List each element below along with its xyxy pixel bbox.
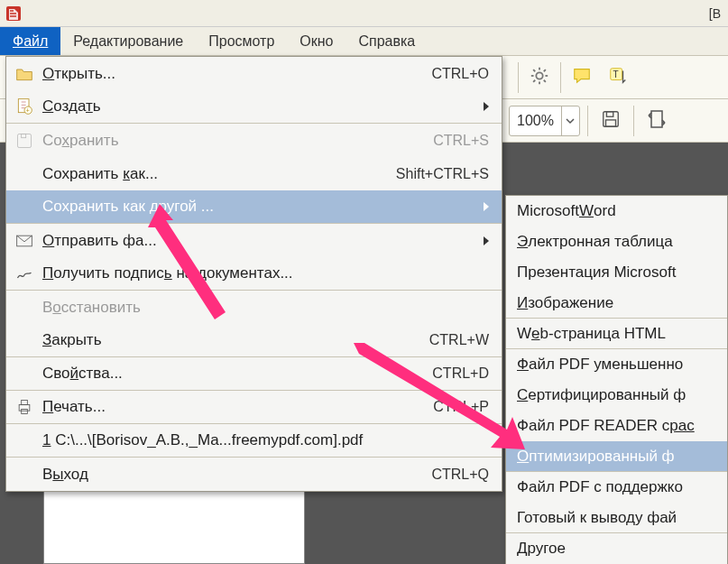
menu-item-close-shortcut: CTRL+W — [429, 332, 489, 348]
speech-bubble-icon — [572, 66, 592, 89]
submenu-item-optimized[interactable]: Оптимизированный ф — [506, 441, 727, 472]
menu-item-send-label: Отправить фа... — [42, 232, 476, 250]
titlebar: [В — [0, 0, 728, 27]
menu-item-saveas-shortcut: Shift+CTRL+S — [396, 166, 489, 182]
menu-item-save-shortcut: CTRL+S — [433, 133, 489, 149]
menu-item-open-shortcut: CTRL+O — [431, 66, 489, 82]
menu-item-open[interactable]: Открыть... CTRL+O — [6, 57, 502, 90]
zoom-control[interactable]: 100% — [509, 106, 580, 136]
toolbar-save-button[interactable] — [595, 106, 626, 136]
menu-help[interactable]: Справка — [346, 27, 429, 55]
submenu-arrow-icon — [484, 236, 489, 245]
menu-item-close-label: Закрыть — [42, 331, 429, 349]
menu-item-create-label: Создать — [42, 97, 476, 116]
menu-item-saveas-label: Сохранить как... — [42, 165, 396, 183]
menu-item-close[interactable]: Закрыть CTRL+W — [6, 324, 502, 357]
toolbar-gear-button[interactable] — [524, 62, 555, 93]
menu-window[interactable]: Окно — [287, 27, 346, 55]
submenu-item-reducedpdf[interactable]: Файл PDF уменьшенно — [506, 349, 727, 380]
submenu-item-flattened[interactable]: Готовый к выводу фай — [506, 503, 727, 533]
menubar: Файл Редактирование Просмотр Окно Справк… — [0, 27, 728, 56]
svg-rect-23 — [22, 401, 28, 405]
folder-open-icon — [14, 63, 35, 85]
submenu-item-certpdf[interactable]: Сертифицированный ф — [506, 380, 727, 411]
menu-item-save-label: Сохранить — [42, 132, 433, 150]
printer-icon — [14, 396, 35, 418]
svg-point-1 — [536, 72, 542, 79]
svg-rect-13 — [606, 111, 613, 116]
svg-text:+: + — [26, 107, 30, 114]
submenu-item-readerpdf[interactable]: Файл PDF READER с рас — [506, 411, 727, 441]
menu-file[interactable]: Файл — [0, 27, 60, 55]
submenu-item-powerpoint[interactable]: Презентация Microsoft — [506, 257, 727, 288]
saveas-other-submenu: Microsoft Word Электронная таблица Презе… — [505, 195, 728, 564]
menu-item-print[interactable]: Печать... CTRL+P — [6, 391, 502, 424]
submenu-item-other[interactable]: Другое — [506, 533, 727, 564]
submenu-arrow-icon — [484, 202, 489, 211]
menu-item-restore: Восстановить — [6, 291, 502, 324]
create-document-icon: + — [14, 96, 35, 117]
signature-icon — [14, 263, 35, 284]
menu-item-recent-1-label: 1 C:\...\[Borisov_A.B.,_Ma...freemypdf.c… — [42, 431, 489, 449]
menu-view[interactable]: Просмотр — [196, 27, 287, 55]
menu-item-saveas-other-label: Сохранить как другой ... — [42, 198, 476, 216]
save-disk-icon — [601, 109, 621, 133]
window-title: [В — [709, 6, 723, 21]
menu-item-getsign[interactable]: Получить подпись на документах... — [6, 257, 502, 291]
toolbar-comment-button[interactable] — [567, 62, 597, 93]
svg-text:T: T — [613, 69, 619, 79]
submenu-arrow-icon — [484, 102, 489, 111]
envelope-icon — [14, 230, 35, 252]
menu-item-properties-shortcut: CTRL+D — [432, 365, 489, 382]
submenu-item-html[interactable]: Web-страница HTML — [506, 319, 727, 349]
menu-item-getsign-label: Получить подпись на документах... — [42, 264, 489, 282]
svg-line-7 — [544, 79, 546, 81]
svg-line-8 — [533, 79, 535, 81]
chevron-down-icon — [566, 113, 575, 129]
menu-item-properties-label: Свойства... — [42, 365, 432, 383]
menu-item-saveas-other[interactable]: Сохранить как другой ... — [6, 190, 502, 224]
svg-line-6 — [533, 69, 535, 71]
menu-item-open-label: Открыть... — [42, 65, 431, 83]
gear-icon — [530, 66, 549, 89]
menu-item-save: Сохранить CTRL+S — [6, 124, 502, 157]
svg-rect-19 — [18, 134, 32, 147]
pdf-app-icon — [5, 5, 22, 22]
zoom-dropdown-arrow[interactable] — [561, 106, 579, 135]
floppy-disk-icon — [14, 130, 35, 152]
menu-item-send[interactable]: Отправить фа... — [6, 224, 502, 257]
svg-line-9 — [544, 69, 546, 71]
menu-item-create[interactable]: + Создать — [6, 90, 502, 124]
submenu-item-archivepdf[interactable]: Файл PDF с поддержко — [506, 472, 727, 503]
svg-rect-24 — [22, 410, 28, 414]
toolbar-fit-page-button[interactable] — [641, 106, 672, 136]
menu-item-properties[interactable]: Свойства... CTRL+D — [6, 357, 502, 391]
svg-rect-14 — [605, 119, 615, 125]
menu-item-exit[interactable]: Выход CTRL+Q — [6, 458, 502, 491]
menu-edit[interactable]: Редактирование — [60, 27, 196, 55]
submenu-item-image[interactable]: Изображение — [506, 288, 727, 319]
menu-item-exit-label: Выход — [42, 466, 431, 484]
fit-page-icon — [646, 108, 668, 134]
text-cursor-icon: T — [608, 66, 628, 89]
menu-item-saveas[interactable]: Сохранить как... Shift+CTRL+S — [6, 157, 502, 190]
file-menu-dropdown: Открыть... CTRL+O + Создать Сохранить CT… — [5, 56, 502, 492]
zoom-value: 100% — [510, 113, 561, 129]
menu-item-recent-1[interactable]: 1 C:\...\[Borisov_A.B.,_Ma...freemypdf.c… — [6, 424, 502, 458]
svg-rect-15 — [651, 111, 662, 127]
submenu-item-word[interactable]: Microsoft Word — [506, 196, 727, 227]
menu-item-print-label: Печать... — [42, 398, 433, 416]
toolbar-text-cursor-button[interactable]: T — [603, 62, 633, 93]
menu-item-print-shortcut: CTRL+P — [433, 399, 489, 415]
submenu-item-spreadsheet[interactable]: Электронная таблица — [506, 227, 727, 257]
menu-item-exit-shortcut: CTRL+Q — [431, 467, 489, 483]
menu-item-restore-label: Восстановить — [42, 299, 489, 317]
svg-rect-22 — [19, 405, 30, 411]
svg-rect-20 — [22, 134, 26, 137]
